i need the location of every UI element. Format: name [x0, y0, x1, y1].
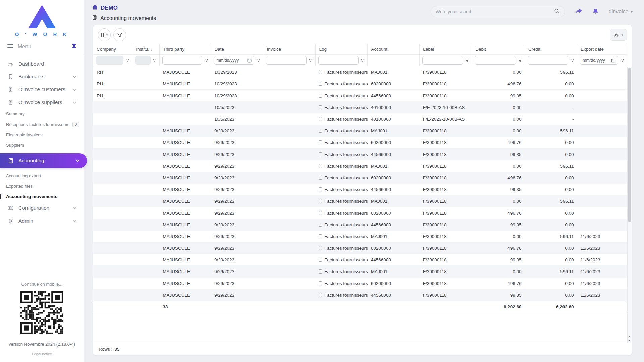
filter-input-label[interactable] [422, 56, 463, 65]
sidebar-subitem-exported-files[interactable]: Exported files [0, 181, 84, 191]
search-icon[interactable] [554, 8, 560, 15]
table-row[interactable]: MAJUSCULE9/29/2023Factures fournisseursM… [93, 160, 627, 172]
column-header-log[interactable]: Log [316, 44, 368, 55]
column-header-label[interactable]: Label [420, 44, 472, 55]
column-header-debit[interactable]: Debit [472, 44, 525, 55]
sidebar-item-admin[interactable]: Admin [0, 215, 84, 227]
sidebar-item-oinvoice-suppliers[interactable]: O'Invoice suppliers [0, 96, 84, 109]
app-breadcrumb[interactable]: DEMO [92, 5, 156, 11]
sidebar-subitem-suppliers[interactable]: Suppliers [0, 140, 84, 150]
table-row[interactable]: MAJUSCULE9/29/2023Factures fournisseurs4… [93, 289, 627, 301]
column-header-invoice[interactable]: Invoice [263, 44, 316, 55]
hourglass-icon[interactable] [72, 43, 76, 50]
filter-cell-log [316, 55, 368, 66]
table-row[interactable]: MAJUSCULE9/29/2023Factures fournisseurs4… [93, 219, 627, 231]
table-row[interactable]: MAJUSCULE9/29/2023Factures fournisseurs6… [93, 278, 627, 289]
filter-input-invoice[interactable] [266, 56, 307, 65]
table-row[interactable]: MAJUSCULE9/29/2023Factures fournisseurs4… [93, 254, 627, 266]
filter-funnel-debit[interactable] [518, 58, 522, 62]
sidebar-item-bookmarks[interactable]: Bookmarks [0, 70, 84, 83]
table-row[interactable]: MAJUSCULE9/29/2023Factures fournisseurs6… [93, 207, 627, 219]
cell-date: 9/29/2023 [211, 160, 263, 172]
search-input[interactable] [436, 9, 554, 14]
sidebar-subitem-receptions[interactable]: Réceptions factures fournisseurs 0 [0, 119, 84, 130]
scroll-up-arrow[interactable]: ▴ [629, 335, 631, 338]
gear-icon [614, 33, 619, 38]
cell-log: Factures fournisseurs [316, 219, 368, 231]
table-row[interactable]: MAJUSCULE9/29/2023Factures fournisseursM… [93, 231, 627, 242]
filter-funnel-date[interactable] [256, 58, 260, 62]
filter-funnel-institution[interactable] [153, 58, 157, 62]
table-row[interactable]: MAJUSCULE9/29/2023Factures fournisseurs4… [93, 148, 627, 160]
cell-account: MAJ001 [368, 160, 420, 172]
table-row[interactable]: MAJUSCULE9/29/2023Factures fournisseursM… [93, 266, 627, 278]
sidebar-item-label: Suppliers [6, 143, 24, 148]
table-row[interactable]: MAJUSCULE9/29/2023Factures fournisseursM… [93, 195, 627, 207]
filter-input-date[interactable]: mm/dd/yyyy [214, 56, 255, 65]
table-scrollbar[interactable]: ▴ ▾ [627, 67, 632, 343]
sidebar-subitem-electronic-invoices[interactable]: Electronic Invoices [0, 130, 84, 140]
table-row[interactable]: 10/5/2023Factures fournisseurs40100000F/… [93, 102, 627, 113]
table-row[interactable]: MAJUSCULE9/29/2023Factures fournisseurs6… [93, 242, 627, 254]
table-row[interactable]: MAJUSCULE9/29/2023Factures fournisseurs6… [93, 172, 627, 184]
journal-icon [319, 129, 322, 133]
search-bar[interactable] [431, 6, 565, 17]
filter-input-log[interactable] [318, 56, 359, 65]
column-header-account[interactable]: Account [368, 44, 420, 55]
sidebar-item-oinvoice-customers[interactable]: O'Invoice customers [0, 83, 84, 96]
cell-debit: 0.00 [472, 66, 525, 78]
sidebar-subitem-accounting-movements[interactable]: Accounting movements [0, 191, 84, 202]
column-header-company[interactable]: Company [93, 44, 132, 55]
sidebar-subitem-accounting-export[interactable]: Accounting export [0, 171, 84, 181]
sidebar-item-configuration[interactable]: Configuration [0, 202, 84, 215]
table-row[interactable]: RHMAJUSCULE10/29/2023Factures fournisseu… [93, 78, 627, 90]
filter-funnel-label[interactable] [465, 58, 469, 62]
sidebar-subitem-summary[interactable]: Summary [0, 109, 84, 119]
column-header-export_date[interactable]: Export date [577, 44, 627, 55]
filter-button[interactable] [113, 28, 126, 41]
total-export_date [577, 301, 627, 313]
scroll-down-arrow[interactable]: ▾ [629, 339, 631, 342]
filter-funnel-invoice[interactable] [309, 58, 313, 62]
menu-toggle[interactable]: Menu [0, 38, 84, 55]
cell-institution [132, 66, 159, 78]
filter-input-credit[interactable] [528, 56, 568, 65]
share-icon[interactable] [575, 8, 582, 15]
column-header-credit[interactable]: Credit [525, 44, 577, 55]
columns-button[interactable]: ▾ [98, 28, 111, 41]
cell-export_date: 11/6/2023 [577, 242, 627, 254]
filter-funnel-company[interactable] [125, 58, 129, 62]
settings-button[interactable]: ▾ [610, 29, 627, 41]
filter-input-debit[interactable] [475, 56, 516, 65]
table-row[interactable]: RHMAJUSCULE10/29/2023Factures fournisseu… [93, 90, 627, 102]
cell-date: 10/29/2023 [211, 78, 263, 90]
scrollbar-thumb[interactable] [628, 68, 631, 222]
cell-credit: 0.00 [525, 289, 577, 301]
table-row[interactable]: MAJUSCULE9/29/2023Factures fournisseurs4… [93, 184, 627, 195]
table-row[interactable]: MAJUSCULE9/29/2023Factures fournisseurs6… [93, 137, 627, 148]
table-row[interactable]: 10/5/2023Factures fournisseurs40100000F/… [93, 113, 627, 125]
cell-log: Factures fournisseurs [316, 254, 368, 266]
calendar-icon[interactable] [611, 58, 615, 63]
sidebar-item-label: Accounting [18, 158, 44, 164]
user-menu[interactable]: dinvoice ▾ [609, 9, 633, 15]
filter-funnel-export_date[interactable] [620, 58, 624, 62]
table-row[interactable]: MAJUSCULE9/29/2023Factures fournisseursM… [93, 125, 627, 137]
filter-input-third_party[interactable] [162, 56, 202, 65]
filter-funnel-log[interactable] [361, 58, 365, 62]
bell-icon[interactable] [592, 8, 599, 16]
sidebar-item-accounting[interactable]: Accounting [0, 153, 87, 168]
column-header-date[interactable]: Date [211, 44, 263, 55]
column-header-third_party[interactable]: Third party [159, 44, 211, 55]
filter-funnel-third_party[interactable] [204, 58, 208, 62]
hamburger-icon[interactable] [7, 44, 13, 49]
column-header-institution[interactable]: Institu... [132, 44, 159, 55]
filter-input-export_date[interactable]: mm/dd/yyyy [580, 56, 618, 65]
cell-institution [132, 102, 159, 113]
cell-company: RH [93, 78, 132, 90]
filter-funnel-credit[interactable] [570, 58, 574, 62]
legal-notice-link[interactable]: Legal notice [0, 352, 84, 356]
calendar-icon[interactable] [247, 58, 252, 63]
sidebar-item-dashboard[interactable]: Dashboard [0, 58, 84, 70]
table-row[interactable]: RHMAJUSCULE10/29/2023Factures fournisseu… [93, 66, 627, 78]
